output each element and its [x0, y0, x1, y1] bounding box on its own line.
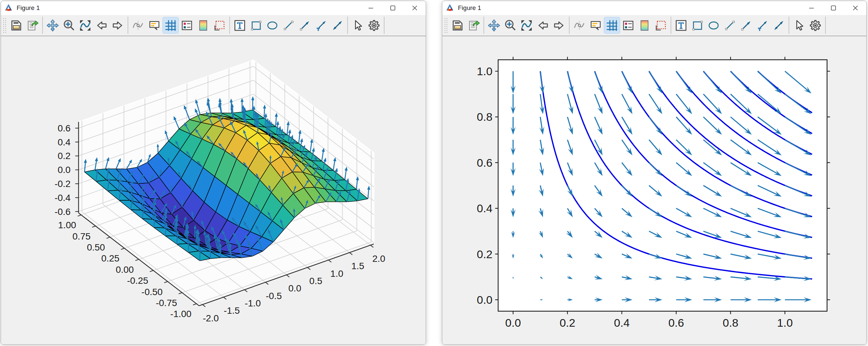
pan-button[interactable] [44, 17, 61, 34]
save-icon [10, 19, 23, 32]
back-button[interactable] [93, 17, 110, 34]
svg-text:0.6: 0.6 [477, 156, 493, 169]
export-button[interactable] [466, 17, 482, 34]
forward-button[interactable] [110, 17, 126, 34]
arrow-label-icon [315, 19, 328, 32]
svg-text:0.75: 0.75 [72, 231, 91, 241]
close-button[interactable] [404, 1, 426, 15]
toolbar-grip[interactable] [2, 17, 7, 34]
gear-icon [368, 19, 380, 32]
minimize-button[interactable] [801, 1, 823, 15]
double-arrow-button[interactable] [329, 17, 346, 34]
save-button[interactable] [449, 17, 466, 34]
autoscale-button[interactable] [518, 17, 535, 34]
pan-button[interactable] [486, 17, 502, 34]
text-button[interactable] [231, 17, 248, 34]
ellipse-icon [266, 19, 279, 32]
pan-icon [46, 19, 59, 32]
svg-text:-0.25: -0.25 [127, 276, 148, 286]
pointer-icon [793, 19, 806, 32]
annotate-button[interactable] [588, 17, 604, 34]
rectangle-button[interactable] [248, 17, 264, 34]
annotate-icon [589, 19, 602, 32]
figure-canvas[interactable]: -0.6-0.4-0.20.00.20.40.61.000.750.500.25… [1, 37, 426, 344]
export-icon [467, 19, 480, 32]
curve-cursor-icon [132, 19, 145, 32]
titlebar[interactable]: Figure 1 [1, 1, 426, 15]
svg-text:-0.75: -0.75 [156, 298, 177, 308]
toolbar-grip[interactable] [444, 17, 448, 34]
curve-cursor-button[interactable] [130, 17, 146, 34]
curve-cursor-button[interactable] [571, 17, 588, 34]
direction-field-plot: 0.00.20.40.60.81.00.00.20.40.60.81.0 [443, 37, 866, 345]
close-button[interactable] [844, 1, 866, 15]
forward-button[interactable] [551, 17, 567, 34]
svg-text:-0.2: -0.2 [55, 179, 70, 189]
toolbar-separator [671, 17, 671, 34]
titlebar[interactable]: Figure 1 [442, 1, 866, 15]
colormap-button[interactable] [195, 17, 211, 34]
svg-text:0.4: 0.4 [614, 316, 630, 329]
arrow-button[interactable] [297, 17, 313, 34]
autoscale-button[interactable] [77, 17, 93, 34]
toolbar-separator [347, 17, 348, 34]
line-icon [282, 19, 295, 32]
ellipse-button[interactable] [264, 17, 280, 34]
svg-text:2.0: 2.0 [372, 254, 385, 264]
select-region-button[interactable] [653, 17, 669, 34]
svg-text:0.0: 0.0 [58, 165, 71, 175]
arrow-label-button[interactable] [754, 17, 771, 34]
grid-icon [164, 19, 177, 32]
maximize-button[interactable] [823, 1, 844, 15]
arrow-button[interactable] [738, 17, 754, 34]
arrow-label-button[interactable] [313, 17, 329, 34]
annotate-button[interactable] [146, 17, 162, 34]
svg-text:0.25: 0.25 [101, 253, 120, 263]
double-arrow-icon [772, 19, 785, 32]
svg-text:-1.0: -1.0 [245, 298, 261, 309]
double-arrow-button[interactable] [771, 17, 787, 34]
settings-button[interactable] [366, 17, 382, 34]
zoom-button[interactable] [502, 17, 518, 34]
line-button[interactable] [722, 17, 738, 34]
text-button[interactable] [673, 17, 689, 34]
minimize-button[interactable] [360, 1, 382, 15]
svg-text:-2.0: -2.0 [203, 313, 219, 323]
maximize-button[interactable] [382, 1, 404, 15]
annotate-icon [148, 19, 161, 32]
rectangle-icon [691, 19, 704, 32]
legend-button[interactable] [620, 17, 637, 34]
settings-button[interactable] [807, 17, 824, 34]
export-button[interactable] [24, 17, 40, 34]
rectangle-button[interactable] [689, 17, 706, 34]
toolbar-separator [42, 17, 43, 34]
save-button[interactable] [8, 17, 24, 34]
toolbar-separator [569, 17, 569, 34]
app-logo-icon [5, 4, 13, 12]
line-button[interactable] [280, 17, 297, 34]
colormap-button[interactable] [637, 17, 653, 34]
svg-text:0.8: 0.8 [723, 316, 738, 329]
legend-button[interactable] [179, 17, 195, 34]
pointer-button[interactable] [791, 17, 807, 34]
svg-text:1.0: 1.0 [477, 65, 493, 78]
toolbar-separator [128, 17, 128, 34]
ellipse-button[interactable] [706, 17, 722, 34]
svg-text:0.0: 0.0 [505, 316, 521, 329]
zoom-button[interactable] [61, 17, 77, 34]
pointer-button[interactable] [350, 17, 366, 34]
grid-button[interactable] [162, 17, 179, 34]
window-title: Figure 1 [458, 4, 481, 12]
figure-window-right: Figure 1 0.00.20.40.60.81.00.00 [442, 1, 867, 345]
back-icon [536, 19, 549, 32]
colormap-icon [197, 19, 210, 32]
export-icon [26, 19, 39, 32]
svg-text:0.2: 0.2 [58, 151, 71, 161]
svg-text:0.0: 0.0 [288, 283, 301, 293]
figure-canvas[interactable]: 0.00.20.40.60.81.00.00.20.40.60.81.0 [442, 37, 866, 344]
desktop: {"app": {"background": "#ffffff"},"windo… [0, 0, 868, 346]
grid-button[interactable] [604, 17, 620, 34]
select-region-button[interactable] [211, 17, 228, 34]
back-button[interactable] [535, 17, 551, 34]
svg-text:0.2: 0.2 [560, 316, 575, 329]
